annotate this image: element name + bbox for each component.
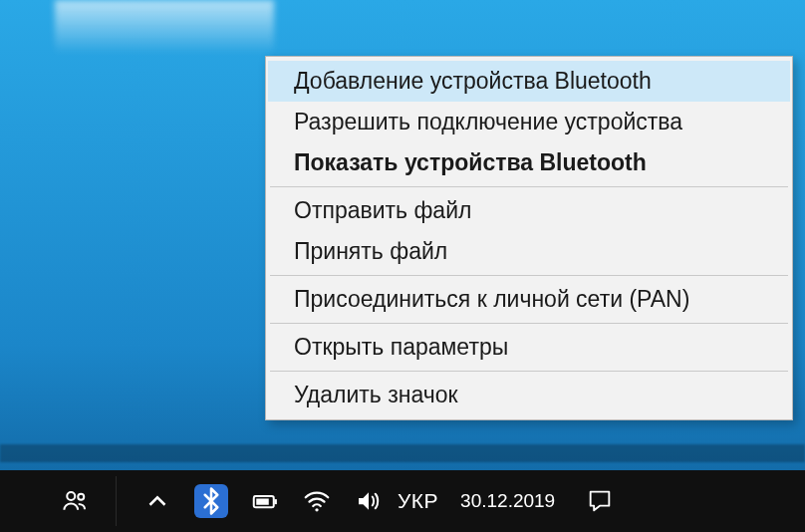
svg-rect-4: [256, 499, 269, 505]
menu-item-receive-file[interactable]: Принять файл: [268, 231, 790, 272]
taskbar-divider: [116, 476, 117, 526]
bluetooth-context-menu: Добавление устройства Bluetooth Разрешит…: [265, 56, 793, 420]
taskbar-tray-right: УКР 30.12.2019: [398, 484, 631, 518]
menu-separator: [270, 371, 788, 372]
menu-item-show-bluetooth-devices[interactable]: Показать устройства Bluetooth: [268, 142, 790, 183]
menu-item-join-pan[interactable]: Присоединиться к личной сети (PAN): [268, 279, 790, 320]
desktop-dark-strip: [0, 444, 805, 462]
svg-point-5: [315, 508, 318, 511]
people-icon[interactable]: [60, 486, 90, 516]
action-center-icon[interactable]: [583, 484, 617, 518]
taskbar: УКР 30.12.2019: [0, 470, 805, 532]
battery-icon[interactable]: [250, 486, 280, 516]
taskbar-clock[interactable]: 30.12.2019: [456, 490, 565, 512]
volume-icon[interactable]: [354, 486, 384, 516]
menu-separator: [270, 186, 788, 187]
svg-rect-3: [274, 499, 277, 504]
desktop-background: Добавление устройства Bluetooth Разрешит…: [0, 0, 805, 532]
menu-item-send-file[interactable]: Отправить файл: [268, 190, 790, 231]
menu-item-add-bluetooth-device[interactable]: Добавление устройства Bluetooth: [268, 61, 790, 102]
wifi-icon[interactable]: [302, 486, 332, 516]
chevron-up-icon[interactable]: [142, 486, 172, 516]
taskbar-date: 30.12.2019: [460, 490, 555, 512]
menu-separator: [270, 275, 788, 276]
taskbar-tray-left: [0, 476, 384, 526]
bluetooth-tray-icon[interactable]: [194, 484, 228, 518]
menu-separator: [270, 323, 788, 324]
bluetooth-icon: [196, 486, 226, 516]
menu-item-open-settings[interactable]: Открыть параметры: [268, 327, 790, 368]
svg-point-0: [67, 492, 75, 500]
menu-item-allow-device-connection[interactable]: Разрешить подключение устройства: [268, 102, 790, 142]
input-language[interactable]: УКР: [398, 489, 438, 513]
menu-item-remove-icon[interactable]: Удалить значок: [268, 375, 790, 415]
svg-point-1: [78, 494, 84, 500]
desktop-light-band: [55, 0, 274, 60]
